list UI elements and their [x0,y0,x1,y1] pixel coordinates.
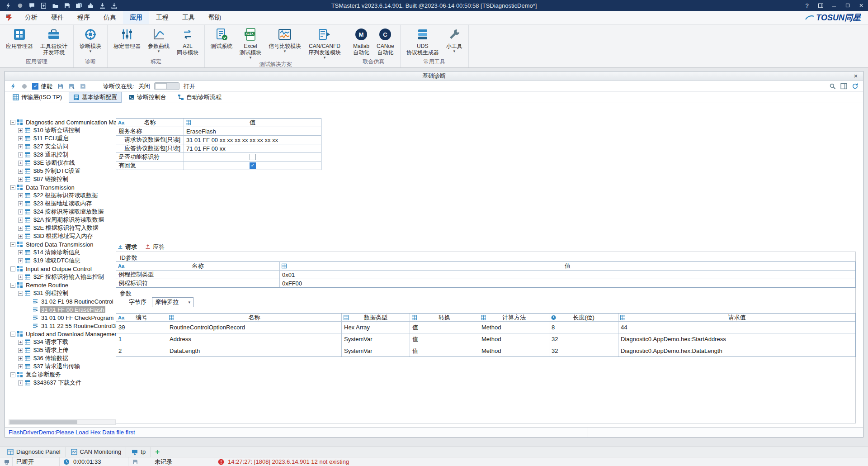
tree-item[interactable]: −$31 例程控制 [9,289,116,297]
tree-item[interactable]: +$24 按标识符读取缩放数据 [9,208,116,216]
param-cell[interactable]: SystemVar [341,333,410,345]
byte-order-select[interactable]: 摩特罗拉 ▾ [152,297,193,307]
tree-item[interactable]: +$343637 下载文件 [9,379,116,387]
tree-expand-toggle[interactable]: − [10,372,15,377]
detach-panel-icon[interactable] [840,83,847,90]
refresh-icon[interactable] [851,83,859,90]
bottom-tab[interactable]: Diagnostic Panel [3,447,66,457]
maximize-button[interactable] [841,0,854,11]
ribbon-item[interactable]: 小工具▾ [443,25,466,53]
menu-tab[interactable]: 工程 [149,11,175,24]
search-settings-icon[interactable] [829,83,836,90]
ribbon-item[interactable]: 信号比较模块▾ [265,25,305,53]
diagnostic-tab[interactable]: 传输层(ISO TP) [8,92,66,103]
tree-expand-toggle[interactable]: + [18,340,23,345]
property-value-cell[interactable]: 31 01 FF 00 xx xx xx xx xx xx xx xx [184,136,321,144]
diagnostic-tab[interactable]: 诊断控制台 [124,92,171,103]
param-cell[interactable]: 2 [116,345,167,357]
toggle-knob[interactable] [155,83,167,89]
tree-expand-toggle[interactable]: − [10,266,15,271]
param-cell[interactable]: 1 [116,333,167,345]
ribbon-item[interactable]: CAN/CANFD序列发送模块▾ [305,25,344,60]
checkbox[interactable] [250,162,256,169]
bottom-tab[interactable]: tp [127,447,151,457]
menu-tab[interactable]: 应用 [123,11,149,24]
save-as-icon[interactable] [68,83,75,90]
window-close-icon[interactable]: × [851,71,861,81]
ribbon-item[interactable]: 诊断模块▾ [76,25,105,53]
open-project-icon[interactable] [52,2,59,10]
tester-present-toggle[interactable] [154,82,179,90]
tree-expand-toggle[interactable]: + [18,234,23,239]
tree-horizontal-scrollbar[interactable] [9,419,116,425]
help-button[interactable]: ? [800,0,814,11]
bolt-icon[interactable] [5,2,12,10]
import-data-icon[interactable] [79,83,86,90]
enable-checkbox[interactable]: 使能 [32,82,52,90]
install-icon[interactable] [110,2,118,10]
tree-item[interactable]: +$2A 按周期标识符读取数据 [9,216,116,224]
param-cell[interactable]: Diagnostic0.AppDemo.hex:DataLength [618,345,855,357]
param-cell[interactable]: 32 [549,333,618,345]
menu-tab[interactable]: 分析 [18,11,44,24]
tree-expand-toggle[interactable]: + [18,152,23,157]
tree-item[interactable]: −Input and Outpue Control [9,265,116,273]
save-all-icon[interactable] [75,2,83,10]
param-cell[interactable]: Method [479,322,549,333]
param-cell[interactable]: Method [479,333,549,345]
tree-expand-toggle[interactable]: + [18,380,23,385]
tree-item[interactable]: −Remote Routine [9,281,116,289]
tree-expand-toggle[interactable]: + [18,193,23,198]
param-cell[interactable]: Method [479,345,549,357]
tree-item[interactable]: +$87 链接控制 [9,175,116,183]
param-cell[interactable]: 值 [410,322,479,333]
tree-expand-toggle[interactable]: + [18,169,23,174]
tree-item[interactable]: +$23 根据地址读取内存 [9,200,116,208]
tree-item[interactable]: +$2F 按标识符输入输出控制 [9,273,116,281]
scrollbar-thumb[interactable] [9,420,77,424]
param-cell[interactable]: Diagnostic0.AppDemo.hex:StartAddress [618,333,855,345]
response-tab[interactable]: 应答 [145,243,165,251]
tree-item[interactable]: +$3E 诊断仪在线 [9,159,116,167]
property-value-cell[interactable]: EraseFlash [184,127,321,135]
tree-item[interactable]: −Upload and Download Management [9,330,116,338]
param-cell[interactable]: 44 [618,322,855,333]
param-cell[interactable]: DataLength [167,345,341,357]
enable-checkbox-box[interactable] [32,83,38,90]
ribbon-item[interactable]: 应用管理器 [2,25,37,49]
tree-item[interactable]: 31 01 FF 00 EraseFlash [9,305,116,314]
tree-expand-toggle[interactable]: + [18,209,23,214]
tree-item[interactable]: +$19 读取DTC信息 [9,257,116,265]
diagnostic-tab[interactable]: 基本诊断配置 [69,92,122,103]
param-cell[interactable]: Hex Array [341,322,410,333]
tree-expand-toggle[interactable]: + [18,144,23,149]
tree-item[interactable]: +$34 请求下载 [9,338,116,346]
tree-expand-toggle[interactable]: + [18,201,23,206]
menu-tab[interactable]: 仿真 [97,11,123,24]
tree-expand-toggle[interactable]: + [18,226,23,231]
export-icon[interactable] [87,2,94,10]
tree-item[interactable]: 31 02 F1 98 RoutineControl [9,297,116,305]
stop-circle-icon[interactable] [21,83,28,90]
tree-expand-toggle[interactable]: + [18,136,23,141]
tree-item[interactable]: +$2E 根据标识符写入数据 [9,224,116,232]
layout-button[interactable] [814,0,827,11]
param-cell[interactable]: 值 [410,333,479,345]
tree-item[interactable]: +$35 请求上传 [9,346,116,354]
tree-expand-toggle[interactable]: − [18,291,23,296]
ribbon-item[interactable]: XLSXExcel测试模块▾ [236,25,265,60]
param-cell[interactable]: 32 [549,345,618,357]
ribbon-item[interactable]: 工具箱设计开发环境 [37,25,71,56]
param-cell[interactable]: 39 [116,322,167,333]
tree-item[interactable]: +$11 ECU重启 [9,134,116,143]
param-cell[interactable]: Address [167,333,341,345]
tree-expand-toggle[interactable]: + [18,218,23,223]
id-param-value-cell[interactable]: 0x01 [279,271,855,279]
tree-expand-toggle[interactable]: + [18,348,23,353]
message-icon[interactable] [28,2,36,10]
tree-item[interactable]: 31 11 22 55 RoutineControl3 [9,322,116,330]
tree-item[interactable]: +$36 传输数据 [9,354,116,362]
tree-expand-toggle[interactable]: − [10,185,15,190]
minimize-button[interactable] [827,0,841,11]
add-tab-button[interactable]: + [151,447,163,456]
